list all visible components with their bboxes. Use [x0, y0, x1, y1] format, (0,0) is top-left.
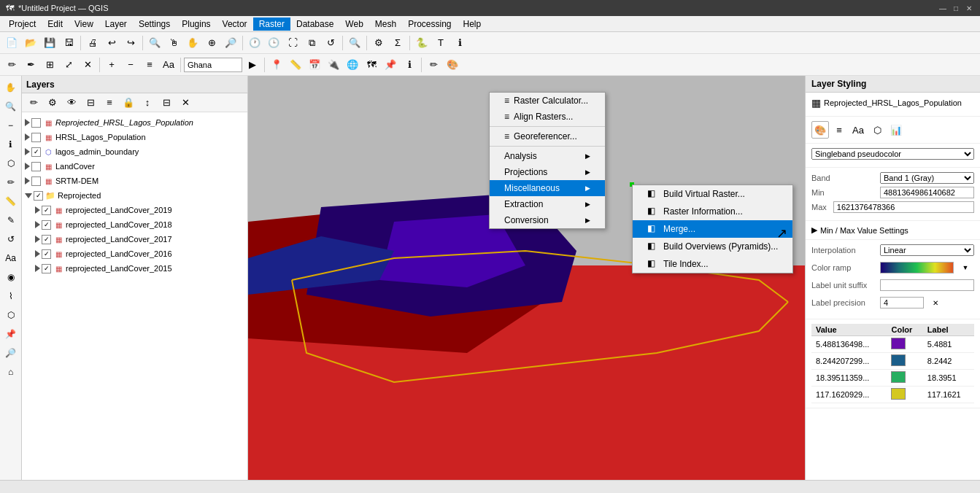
info-button[interactable]: ℹ [451, 34, 468, 52]
menu-processing[interactable]: Processing [402, 18, 457, 31]
layer-lc2019[interactable]: ▦ reprojected_LandCover_2019 [22, 203, 247, 217]
go-button[interactable]: ▶ [244, 56, 261, 74]
select-button[interactable]: 🖱 [165, 34, 182, 52]
menu-help[interactable]: Help [458, 18, 487, 31]
zoom-out-lt-button[interactable]: − [2, 117, 20, 134]
digitize-lt-button[interactable]: ✏ [2, 174, 20, 191]
location-search-input[interactable] [184, 58, 242, 72]
zoom-out-button[interactable]: 🕒 [265, 34, 282, 52]
draw-button[interactable]: ✏ [425, 56, 442, 74]
layer-checkbox[interactable] [31, 118, 41, 128]
add-selected-button[interactable]: ⊕ [203, 34, 220, 52]
filter-lt-button[interactable]: ⊟ [82, 94, 99, 112]
redo-button[interactable]: ↪ [122, 34, 139, 52]
layer-checkbox[interactable] [31, 162, 41, 171]
save-project-button[interactable]: 💾 [41, 34, 58, 52]
layer-lagos-admin[interactable]: ⬡ lagos_admin_boundary [22, 144, 247, 159]
band-select[interactable]: Band 1 (Gray) [880, 172, 974, 184]
zoom-in-lt-button[interactable]: 🔍 [2, 98, 20, 115]
layer-lc2016[interactable]: ▦ reprojected_LandCover_2016 [22, 246, 247, 261]
expand-button[interactable]: ↕ [139, 94, 156, 112]
layer-checkbox[interactable] [42, 235, 51, 244]
move-button[interactable]: ⤢ [60, 56, 77, 74]
conversion-item[interactable]: Conversion ▶ [490, 212, 605, 228]
titlebar-controls[interactable]: — □ ✕ [938, 3, 974, 13]
pan-button[interactable]: ✋ [184, 34, 201, 52]
layer-reprojected-hrsl[interactable]: ▦ Reprojected_HRSL_Lagos_Population [22, 115, 247, 130]
projections-item[interactable]: Projections ▶ [490, 164, 605, 180]
layer-checkbox[interactable] [42, 206, 51, 215]
refresh-button[interactable]: ↺ [322, 34, 339, 52]
style-button[interactable]: 🎨 [444, 56, 461, 74]
edit-button[interactable]: ✒ [22, 56, 39, 74]
polygon-lt-button[interactable]: ⬡ [2, 306, 20, 324]
measure-button[interactable]: 📏 [287, 56, 304, 74]
coord-button[interactable]: 📍 [268, 56, 285, 74]
layer-srtm[interactable]: ▦ SRTM-DEM [22, 174, 247, 188]
zoom-in-button[interactable]: 🕐 [246, 34, 263, 52]
menu-layer[interactable]: Layer [99, 18, 133, 31]
delete-button[interactable]: ✕ [79, 56, 96, 74]
collapse-button[interactable]: ⊟ [158, 94, 175, 112]
node-tool-button[interactable]: ⊞ [41, 56, 58, 74]
layer-landcover[interactable]: ▦ LandCover [22, 159, 247, 174]
layer-props-tab-button[interactable]: ≡ [830, 121, 848, 139]
clear-prec-button[interactable]: ✕ [927, 294, 944, 311]
add-layer-lt-button[interactable]: ✏ [25, 94, 42, 112]
layer-checkbox[interactable] [31, 176, 41, 186]
extraction-item[interactable]: Extraction ▶ [490, 196, 605, 212]
menu-mesh[interactable]: Mesh [369, 18, 402, 31]
labels-tab-button[interactable]: Aa [849, 121, 867, 139]
layer-checkbox[interactable] [31, 147, 41, 157]
layer-checkbox[interactable] [42, 264, 51, 273]
layer-checkbox[interactable] [42, 220, 51, 230]
max-input[interactable] [833, 201, 974, 213]
raster-calc-item[interactable]: ≡ Raster Calculator... [490, 93, 605, 109]
lock-button[interactable]: 🔒 [120, 94, 137, 112]
maximize-button[interactable]: □ [951, 3, 961, 13]
home-lt-button[interactable]: ⌂ [2, 363, 20, 381]
miscellaneous-item[interactable]: Miscellaneous ▶ [490, 180, 605, 196]
layer-group-reprojected[interactable]: 📁 Reprojected [22, 188, 247, 203]
remove-layer-button[interactable]: − [122, 56, 139, 74]
menu-vector[interactable]: Vector [217, 18, 253, 31]
interpolation-select[interactable]: Linear [880, 244, 974, 256]
diagram-tab-button[interactable]: 📊 [887, 121, 905, 139]
new-project-button[interactable]: 📄 [3, 34, 20, 52]
menu-settings[interactable]: Settings [133, 18, 176, 31]
rotate-lt-button[interactable]: ↺ [2, 230, 20, 248]
close-button[interactable]: ✕ [964, 3, 974, 13]
zoom-full-button[interactable]: ⛶ [284, 34, 301, 52]
menu-database[interactable]: Database [290, 18, 339, 31]
raster-dropdown[interactable]: ≡ Raster Calculator... ≡ Align Rasters..… [489, 92, 606, 229]
settings-button[interactable]: ⚙ [370, 34, 387, 52]
minmax-header[interactable]: ▶ Min / Max Value Settings [811, 225, 974, 235]
filter-button[interactable]: ⚙ [44, 94, 61, 112]
identify-button[interactable]: 🔍 [146, 34, 163, 52]
menu-view[interactable]: View [69, 18, 99, 31]
attributes-button[interactable]: ≡ [141, 56, 158, 74]
plugin4-button[interactable]: 📌 [382, 56, 399, 74]
renderer-select[interactable]: Singleband pseudocolor [811, 148, 974, 160]
line-lt-button[interactable]: ⌇ [2, 287, 20, 305]
open-attr-button[interactable]: ≡ [101, 94, 118, 112]
add-layer-button[interactable]: + [103, 56, 120, 74]
zoom-button[interactable]: 🔎 [222, 34, 239, 52]
save-as-button[interactable]: 🖫 [60, 34, 77, 52]
align-rasters-item[interactable]: ≡ Align Rasters... [490, 109, 605, 125]
plugin3-button[interactable]: 🗺 [363, 56, 380, 74]
undo-button[interactable]: ↩ [103, 34, 120, 52]
digitize-button[interactable]: ✏ [3, 56, 20, 74]
remove-lt-button[interactable]: ✕ [177, 94, 194, 112]
menu-web[interactable]: Web [339, 18, 369, 31]
measure-lt-button[interactable]: 📏 [2, 193, 20, 210]
search-button[interactable]: 🔍 [346, 34, 363, 52]
stats-button[interactable]: Σ [389, 34, 406, 52]
map-area[interactable]: ≡ Raster Calculator... ≡ Align Rasters..… [248, 76, 805, 480]
layer-lc2018[interactable]: ▦ reprojected_LandCover_2018 [22, 217, 247, 232]
search-lt-button[interactable]: 🔎 [2, 344, 20, 362]
menu-plugins[interactable]: Plugins [176, 18, 216, 31]
plugin2-button[interactable]: 🌐 [344, 56, 361, 74]
annotate-lt-button[interactable]: ✎ [2, 211, 20, 229]
label-button[interactable]: Aa [160, 56, 177, 74]
